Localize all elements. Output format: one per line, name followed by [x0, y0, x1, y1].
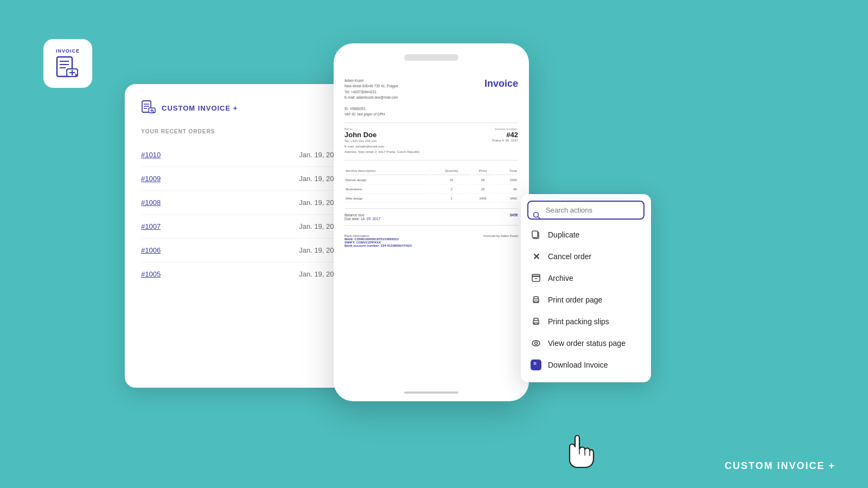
invoice-bill-row: Bill to: John Doe Tel: +425 221 234 321 …: [344, 127, 518, 155]
invoice-divider-4: [344, 225, 518, 226]
action-item-cancel[interactable]: ✕ Cancel order: [521, 246, 651, 267]
orders-card: CUSTOM INVOICE + YOUR RECENT ORDERS #101…: [125, 84, 358, 388]
svg-rect-21: [532, 274, 540, 277]
order-row[interactable]: #1005 Jan. 19, 2023: [141, 262, 342, 286]
order-row[interactable]: #1006 Jan. 19, 2023: [141, 239, 342, 262]
invoice-icon: [55, 56, 81, 79]
hand-cursor-icon: [563, 434, 596, 472]
service-price: 9€: [471, 176, 494, 184]
service-desc: Illustrations: [346, 185, 431, 194]
download-invoice-icon: [531, 359, 541, 370]
service-total: 345€: [495, 195, 517, 203]
sender-id: ID: #5868351: [344, 106, 518, 112]
service-row: Banner design 25 9€ 225€: [346, 176, 517, 184]
order-number[interactable]: #1010: [141, 151, 161, 159]
action-item-download[interactable]: Download Invoice: [521, 354, 651, 376]
invoice-content: Adam Kozel New street 000/48 735 41, Pra…: [334, 69, 529, 401]
orders-card-header: CUSTOM INVOICE +: [141, 100, 342, 115]
sender-tel: Tel: +420730644231: [344, 89, 398, 95]
order-row[interactable]: #1008 Jan. 19, 2023: [141, 191, 342, 215]
actions-list: Duplicate ✕ Cancel order Archive Print o…: [521, 224, 651, 376]
actions-dropdown: Duplicate ✕ Cancel order Archive Print o…: [521, 194, 651, 382]
bill-to-tel: Tel: +425 221 234 321: [344, 139, 420, 144]
order-number[interactable]: #1006: [141, 246, 161, 254]
sender-email: E-mail: adamkozel.doe@mail.com: [344, 95, 398, 100]
print-icon: [531, 316, 541, 327]
bank-info-section: Bank information: IBAN: CZ08010000019751…: [344, 234, 518, 247]
bill-to-address: Address: New street 2, 3017 Praha, Czech…: [344, 150, 420, 155]
service-row: Illustrations 2 2€ 9€: [346, 185, 517, 194]
balance-row: Balance due: Due date: 14. 05. 2017 345€: [344, 213, 518, 221]
order-row[interactable]: #1007 Jan. 19, 2023: [141, 215, 342, 239]
invoiced-by: Invoiced by Adam Kozel: [483, 234, 518, 247]
orders-header-title: CUSTOM INVOICE +: [162, 104, 238, 112]
orders-list: #1010 Jan. 19, 2023 #1009 Jan. 19, 2023 …: [141, 143, 342, 286]
search-actions-input[interactable]: [527, 201, 644, 220]
app-icon-label: INVOICE: [56, 48, 80, 54]
balance-amount: 345€: [509, 213, 518, 221]
service-price: 2€: [471, 185, 494, 194]
service-qty: 25: [432, 176, 470, 184]
search-wrapper: [521, 201, 651, 224]
action-item-print-packing[interactable]: Print packing slips: [521, 311, 651, 332]
services-tbody: Banner design 25 9€ 225€ Illustrations 2…: [346, 176, 517, 203]
service-total: 9€: [495, 185, 517, 194]
action-label: Duplicate: [548, 230, 579, 239]
order-number[interactable]: #1005: [141, 270, 161, 278]
service-desc: Web design: [346, 195, 431, 203]
action-item-archive[interactable]: Archive: [521, 267, 651, 289]
balance-due-label: Balance due:: [344, 213, 380, 217]
service-col-header: Service description: [346, 167, 431, 175]
balance-info: Balance due: Due date: 14. 05. 2017: [344, 213, 380, 221]
orders-section-label: YOUR RECENT ORDERS: [141, 129, 342, 134]
service-row: Web design 1 345€ 345€: [346, 195, 517, 203]
service-total: 225€: [495, 176, 517, 184]
bill-to-email: E-mail: sample@email.com: [344, 144, 420, 150]
sender-vat: VAT-ID: Not payer of DPH: [344, 112, 518, 117]
order-number[interactable]: #1008: [141, 198, 161, 207]
invoice-divider-3: [344, 208, 518, 209]
invoice-divider-1: [344, 123, 518, 123]
invoice-header-section: Adam Kozel New street 000/48 735 41, Pra…: [344, 78, 518, 101]
action-label: View order status page: [548, 339, 626, 348]
phone-mockup: Adam Kozel New street 000/48 735 41, Pra…: [334, 43, 529, 401]
invoice-number: #42: [492, 131, 518, 139]
invoice-divider-2: [344, 160, 518, 160]
bill-to-name: John Doe: [344, 131, 420, 139]
svg-point-28: [535, 342, 538, 345]
action-item-view-status[interactable]: View order status page: [521, 332, 651, 354]
svg-rect-19: [532, 231, 538, 237]
phone-notch: [404, 54, 458, 61]
due-date-value: 14. 05. 2017: [361, 217, 380, 221]
action-label: Print packing slips: [548, 317, 609, 326]
action-item-duplicate[interactable]: Duplicate: [521, 224, 651, 246]
sender-address: New street 000/48 735 41, Prague: [344, 84, 398, 89]
print-icon: [531, 294, 541, 305]
service-qty: 1: [432, 195, 470, 203]
total-col-header: Total: [495, 167, 517, 175]
order-number[interactable]: #1007: [141, 222, 161, 230]
order-row[interactable]: #1009 Jan. 19, 2023: [141, 167, 342, 191]
cursor-hand: [563, 434, 596, 476]
bank-account: Bank account number: 234-5133858247/023: [344, 244, 412, 247]
order-row[interactable]: #1010 Jan. 19, 2023: [141, 143, 342, 167]
action-label: Download Invoice: [548, 361, 608, 369]
invoice-id-block: ID: #5868351 VAT-ID: Not payer of DPH: [344, 106, 518, 118]
bank-info-left: Bank information: IBAN: CZ08010000019751…: [344, 234, 412, 247]
price-col-header: Price: [471, 167, 494, 175]
search-icon: [533, 211, 540, 219]
invoice-number-section: Invoice number: #42 Praha 4. 05. 2187: [492, 127, 518, 155]
phone-bottom-bar: [404, 391, 458, 394]
services-table: Service description Quantity Price Total…: [344, 166, 518, 204]
view-icon: [531, 338, 541, 349]
action-item-print-order[interactable]: Print order page: [521, 289, 651, 311]
cancel-icon: ✕: [531, 251, 541, 262]
order-number[interactable]: #1009: [141, 175, 161, 183]
bill-to-section: Bill to: John Doe Tel: +425 221 234 321 …: [344, 127, 420, 155]
invoice-date: Praha 4. 05. 2187: [492, 139, 518, 142]
svg-rect-24: [534, 301, 538, 303]
service-desc: Banner design: [346, 176, 431, 184]
archive-icon: [531, 273, 541, 284]
due-date-label: Due date: 14. 05. 2017: [344, 217, 380, 221]
service-price: 345€: [471, 195, 494, 203]
